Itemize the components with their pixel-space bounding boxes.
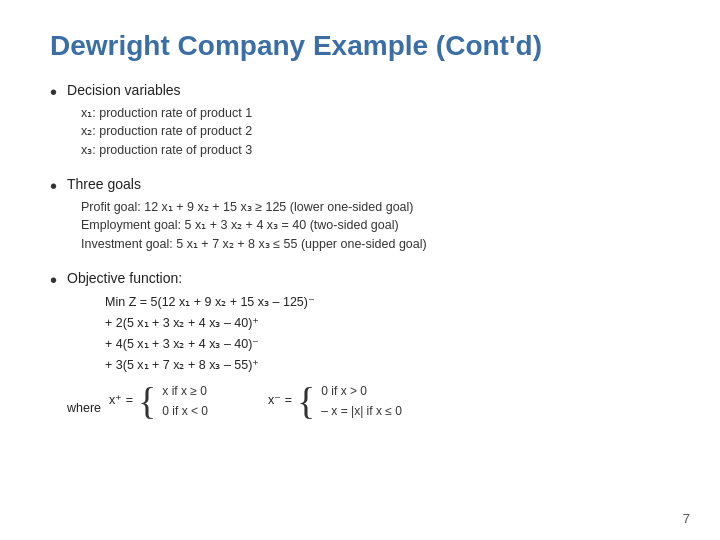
page-number: 7 <box>683 511 690 526</box>
section2-line-3: Investment goal: 5 x₁ + 7 x₂ + 8 x₃ ≤ 55… <box>81 235 427 254</box>
xminus-brace: { <box>297 382 315 420</box>
section-decision-variables: • Decision variables x₁: production rate… <box>50 80 670 160</box>
xminus-cases: 0 if x > 0 – x = |x| if x ≤ 0 <box>321 381 402 422</box>
where-row: where x⁺ = { x if x ≥ 0 0 if x < 0 x⁻ = … <box>67 381 462 422</box>
section2-heading: Three goals <box>67 174 427 196</box>
bullet-1: • <box>50 81 57 104</box>
section2-line-2: Employment goal: 5 x₁ + 3 x₂ + 4 x₃ = 40… <box>81 216 427 235</box>
xplus-group: x⁺ = { x if x ≥ 0 0 if x < 0 <box>109 381 208 422</box>
bullet-2: • <box>50 175 57 198</box>
where-label: where <box>67 399 101 418</box>
xplus-case2: 0 if x < 0 <box>162 401 208 421</box>
xplus-var: x⁺ = <box>109 391 133 410</box>
section1-content: Decision variables x₁: production rate o… <box>67 80 252 160</box>
section2-content: Three goals Profit goal: 12 x₁ + 9 x₂ + … <box>67 174 427 254</box>
section-objective: • Objective function: Min Z = 5(12 x₁ + … <box>50 268 670 421</box>
xminus-group: x⁻ = { 0 if x > 0 – x = |x| if x ≤ 0 <box>268 381 402 422</box>
section1-lines: x₁: production rate of product 1 x₂: pro… <box>81 104 252 160</box>
xminus-case1: 0 if x > 0 <box>321 381 402 401</box>
section1-heading: Decision variables <box>67 80 252 102</box>
xminus-var: x⁻ = <box>268 391 292 410</box>
section3-line-4: + 3(5 x₁ + 7 x₂ + 8 x₃ – 55)⁺ <box>105 355 462 376</box>
section1-line-3: x₃: production rate of product 3 <box>81 141 252 160</box>
where-section: where x⁺ = { x if x ≥ 0 0 if x < 0 x⁻ = … <box>67 381 462 422</box>
section1-line-1: x₁: production rate of product 1 <box>81 104 252 123</box>
section3-line-3: + 4(5 x₁ + 3 x₂ + 4 x₃ – 40)⁻ <box>105 334 462 355</box>
section3-line-1: Min Z = 5(12 x₁ + 9 x₂ + 15 x₃ – 125)⁻ <box>105 292 462 313</box>
page-title: Dewright Company Example (Cont'd) <box>50 30 670 62</box>
section3-heading: Objective function: <box>67 268 462 290</box>
section3-line-2: + 2(5 x₁ + 3 x₂ + 4 x₃ – 40)⁺ <box>105 313 462 334</box>
xminus-case2: – x = |x| if x ≤ 0 <box>321 401 402 421</box>
section2-line-1: Profit goal: 12 x₁ + 9 x₂ + 15 x₃ ≥ 125 … <box>81 198 427 217</box>
section2-lines: Profit goal: 12 x₁ + 9 x₂ + 15 x₃ ≥ 125 … <box>81 198 427 254</box>
section3-lines: Min Z = 5(12 x₁ + 9 x₂ + 15 x₃ – 125)⁻ +… <box>105 292 462 377</box>
section3-content: Objective function: Min Z = 5(12 x₁ + 9 … <box>67 268 462 421</box>
xplus-brace: { <box>138 382 156 420</box>
xplus-case1: x if x ≥ 0 <box>162 381 208 401</box>
slide: Dewright Company Example (Cont'd) • Deci… <box>0 0 720 540</box>
xplus-cases: x if x ≥ 0 0 if x < 0 <box>162 381 208 422</box>
bullet-3: • <box>50 269 57 292</box>
section-three-goals: • Three goals Profit goal: 12 x₁ + 9 x₂ … <box>50 174 670 254</box>
section1-line-2: x₂: production rate of product 2 <box>81 122 252 141</box>
